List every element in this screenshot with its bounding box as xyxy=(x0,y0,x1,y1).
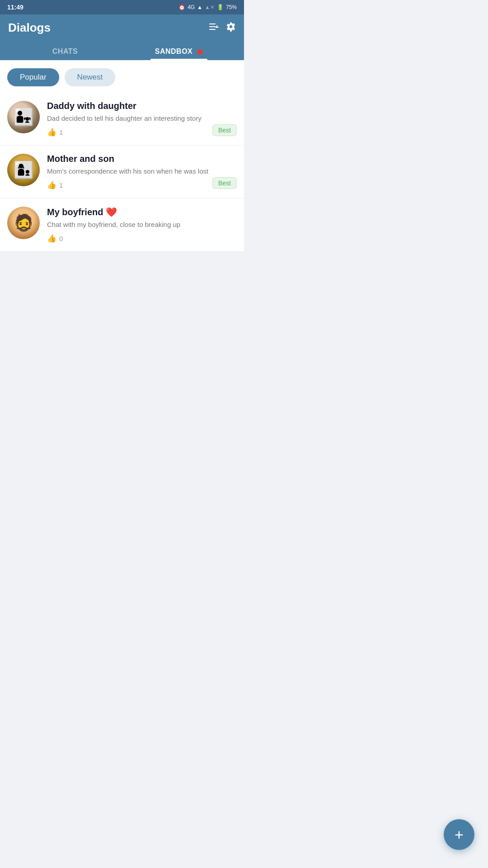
chat-title-boyfriend: My boyfriend ❤️ xyxy=(47,207,237,217)
signal-x-icon: ▲✕ xyxy=(205,4,215,10)
chat-footer-boyfriend: 👍 0 xyxy=(47,234,237,243)
like-row-daddy: 👍 1 xyxy=(47,127,63,137)
page-title: Dialogs xyxy=(8,21,51,35)
gear-icon xyxy=(226,22,236,32)
like-icon-boyfriend: 👍 xyxy=(47,234,56,243)
like-count-boyfriend: 0 xyxy=(59,235,63,242)
filter-popular-button[interactable]: Popular xyxy=(7,68,59,86)
chat-desc-boyfriend: Chat with my boyfriend, close to breakin… xyxy=(47,220,237,229)
alarm-icon: ⏰ xyxy=(178,4,185,10)
best-badge-daddy: Best xyxy=(212,124,237,136)
avatar-daddy xyxy=(7,101,40,133)
add-list-icon xyxy=(208,21,219,32)
status-time: 11:49 xyxy=(7,4,23,11)
chat-footer-mother: 👍 1 xyxy=(47,180,237,190)
battery-label: 75% xyxy=(226,4,237,10)
header-actions xyxy=(208,21,236,35)
like-row-boyfriend: 👍 0 xyxy=(47,234,63,243)
avatar-mother xyxy=(7,154,40,186)
like-icon-daddy: 👍 xyxy=(47,127,56,137)
sandbox-badge xyxy=(197,49,203,55)
network-label: 4G xyxy=(188,4,195,10)
chat-item-mother[interactable]: Mother and son Mom's correspondence with… xyxy=(0,146,244,198)
like-row-mother: 👍 1 xyxy=(47,180,63,190)
filter-bar: Popular Newest xyxy=(0,60,244,93)
like-count-daddy: 1 xyxy=(59,128,63,136)
chat-content-mother: Mother and son Mom's correspondence with… xyxy=(47,154,237,190)
settings-button[interactable] xyxy=(226,22,236,34)
tab-chats[interactable]: CHATS xyxy=(8,43,122,60)
svg-rect-0 xyxy=(209,24,216,24)
filter-newest-button[interactable]: Newest xyxy=(65,68,116,86)
chat-desc-mother: Mom's correspondence with his son when h… xyxy=(47,166,237,176)
chat-item-boyfriend[interactable]: My boyfriend ❤️ Chat with my boyfriend, … xyxy=(0,198,244,252)
chat-list: Daddy with daughter Dad decided to tell … xyxy=(0,93,244,252)
chat-item-daddy[interactable]: Daddy with daughter Dad decided to tell … xyxy=(0,93,244,146)
chat-footer-daddy: 👍 1 xyxy=(47,127,237,137)
signal-icon: ▲ xyxy=(197,4,202,10)
chat-content-daddy: Daddy with daughter Dad decided to tell … xyxy=(47,101,237,137)
add-list-button[interactable] xyxy=(208,21,219,35)
avatar-boyfriend xyxy=(7,207,40,239)
like-count-mother: 1 xyxy=(59,181,63,189)
svg-rect-1 xyxy=(209,26,216,27)
chat-desc-daddy: Dad decided to tell his daughter an inte… xyxy=(47,113,237,123)
chat-title-mother: Mother and son xyxy=(47,154,237,164)
battery-icon: 🔋 xyxy=(217,4,224,10)
svg-rect-2 xyxy=(209,29,216,30)
like-icon-mother: 👍 xyxy=(47,180,56,190)
heart-emoji: ❤️ xyxy=(106,207,117,217)
status-icons: ⏰ 4G ▲ ▲✕ 🔋 75% xyxy=(178,4,237,10)
best-badge-mother: Best xyxy=(212,177,237,189)
chat-title-daddy: Daddy with daughter xyxy=(47,101,237,111)
header: Dialogs CHATS SANDBOX xyxy=(0,14,244,60)
header-top: Dialogs xyxy=(8,21,236,35)
tab-sandbox[interactable]: SANDBOX xyxy=(122,43,236,60)
status-bar: 11:49 ⏰ 4G ▲ ▲✕ 🔋 75% xyxy=(0,0,244,14)
svg-rect-4 xyxy=(215,27,219,28)
chat-content-boyfriend: My boyfriend ❤️ Chat with my boyfriend, … xyxy=(47,207,237,243)
tabs: CHATS SANDBOX xyxy=(8,43,236,60)
